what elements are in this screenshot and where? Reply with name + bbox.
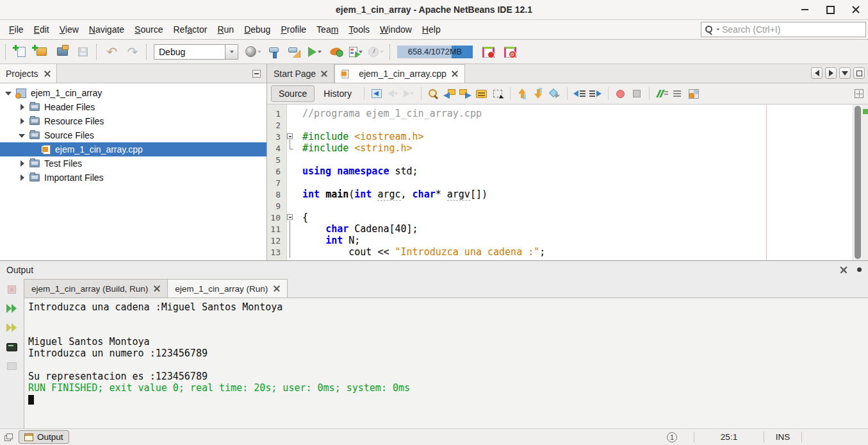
open-project-button[interactable] bbox=[54, 44, 70, 60]
console-output[interactable]: Introduzca una cadena :Miguel Santos Mon… bbox=[24, 298, 868, 428]
tree-item-important-files[interactable]: Important Files bbox=[0, 171, 266, 185]
output-window-menu-icon[interactable] bbox=[857, 267, 862, 272]
scroll-tabs-left-button[interactable] bbox=[811, 67, 823, 79]
memory-indicator[interactable]: 658.4/1072MB bbox=[397, 46, 473, 58]
fold-start-icon[interactable] bbox=[287, 214, 293, 220]
output-tab-ejem-1-cin-array-build-run-[interactable]: ejem_1_cin_array (Build, Run) bbox=[24, 279, 168, 298]
tab-close-icon[interactable] bbox=[321, 71, 327, 77]
config-dropdown-button[interactable] bbox=[225, 45, 238, 59]
forward-button[interactable] bbox=[402, 87, 416, 101]
notifications-icon[interactable]: 1 bbox=[667, 432, 677, 442]
tree-item-ejem-1-cin-array-cpp[interactable]: ejem_1_cin_array.cpp bbox=[0, 142, 266, 156]
ide-update-clock-button[interactable] bbox=[479, 44, 496, 60]
ide-update-at-button[interactable] bbox=[501, 44, 518, 60]
split-document-icon[interactable] bbox=[855, 89, 864, 98]
undo-button[interactable] bbox=[104, 44, 120, 60]
build-project-button[interactable] bbox=[265, 44, 282, 60]
tree-item-test-files[interactable]: Test Files bbox=[0, 156, 266, 171]
restore-button[interactable] bbox=[824, 4, 836, 15]
start-macro-recording-button[interactable] bbox=[614, 87, 628, 101]
new-file-button[interactable] bbox=[13, 44, 29, 60]
save-all-button[interactable] bbox=[74, 44, 91, 60]
expand-arrow-icon[interactable] bbox=[19, 118, 26, 125]
menu-edit[interactable]: Edit bbox=[29, 21, 54, 38]
toolbar-grip[interactable] bbox=[146, 44, 149, 60]
show-opened-documents-button[interactable] bbox=[839, 67, 851, 79]
tab-close-icon[interactable] bbox=[452, 71, 458, 77]
maximize-window-button[interactable] bbox=[853, 67, 865, 79]
config-combobox[interactable]: Debug bbox=[154, 44, 238, 60]
toggle-rectangular-selection-button[interactable] bbox=[491, 87, 505, 101]
menu-file[interactable]: File bbox=[4, 21, 29, 38]
search-icon[interactable] bbox=[705, 25, 714, 35]
tab-close-icon[interactable] bbox=[154, 285, 160, 292]
projects-tree[interactable]: ejem_1_cin_arrayHeader FilesResource Fil… bbox=[0, 83, 266, 260]
deploy-button[interactable] bbox=[245, 44, 261, 60]
projects-tab[interactable]: Projects bbox=[0, 64, 57, 83]
run-project-button[interactable] bbox=[306, 44, 323, 60]
menu-profile[interactable]: Profile bbox=[275, 21, 311, 38]
tree-item-ejem-1-cin-array[interactable]: ejem_1_cin_array bbox=[0, 86, 266, 100]
menu-window[interactable]: Window bbox=[375, 21, 417, 38]
expand-arrow-icon[interactable] bbox=[19, 174, 26, 181]
new-project-button[interactable] bbox=[33, 44, 50, 60]
shift-line-right-button[interactable] bbox=[589, 87, 603, 101]
close-button[interactable] bbox=[850, 4, 862, 15]
toolbar-grip[interactable] bbox=[5, 44, 8, 60]
comment-button[interactable] bbox=[655, 87, 669, 101]
forward-dropdown-icon[interactable] bbox=[410, 92, 414, 95]
source-view-button[interactable]: Source bbox=[271, 85, 315, 102]
find-selection-button[interactable] bbox=[427, 87, 441, 101]
tree-item-source-files[interactable]: Source Files bbox=[0, 128, 266, 142]
last-edit-location-button[interactable] bbox=[370, 87, 384, 101]
menu-tools[interactable]: Tools bbox=[343, 21, 375, 38]
menu-team[interactable]: Team bbox=[311, 21, 343, 38]
deploy-dropdown-icon[interactable] bbox=[258, 51, 261, 53]
scroll-tabs-right-button[interactable] bbox=[825, 67, 837, 79]
code-editor[interactable]: 1//programa ejem_1_cin_array.cpp23#inclu… bbox=[267, 105, 868, 260]
debug-project-button[interactable] bbox=[327, 44, 343, 60]
expand-arrow-icon[interactable] bbox=[19, 104, 26, 111]
menu-run[interactable]: Run bbox=[212, 21, 239, 38]
editor-tab-ejem-1-cin-array-cpp[interactable]: ejem_1_cin_array.cpp bbox=[334, 64, 465, 83]
previous-bookmark-button[interactable] bbox=[516, 87, 530, 101]
profile-gauge-dropdown-icon[interactable] bbox=[380, 51, 384, 53]
editor-vertical-scrollbar[interactable] bbox=[853, 105, 862, 260]
expand-arrow-icon[interactable] bbox=[5, 90, 12, 97]
search-dropdown-icon[interactable] bbox=[717, 28, 720, 30]
open-in-terminal-button[interactable] bbox=[5, 341, 19, 353]
profile-gauge-button[interactable] bbox=[368, 44, 384, 60]
menu-navigate[interactable]: Navigate bbox=[84, 21, 129, 38]
error-stripe[interactable] bbox=[862, 105, 868, 260]
next-bookmark-button[interactable] bbox=[532, 87, 546, 101]
menu-help[interactable]: Help bbox=[417, 21, 446, 38]
shift-line-left-button[interactable] bbox=[573, 87, 587, 101]
scrollbar-thumb[interactable] bbox=[855, 106, 861, 259]
toggle-header-source-button[interactable] bbox=[687, 87, 701, 101]
tree-item-header-files[interactable]: Header Files bbox=[0, 100, 266, 114]
stop-process-button[interactable] bbox=[5, 283, 19, 295]
find-next-button[interactable] bbox=[459, 87, 473, 101]
run-project-dropdown-icon[interactable] bbox=[318, 51, 322, 53]
history-view-button[interactable]: History bbox=[316, 86, 359, 101]
minimize-panel-icon[interactable] bbox=[252, 70, 261, 78]
rerun-button[interactable] bbox=[5, 303, 19, 314]
output-close-icon[interactable] bbox=[840, 266, 848, 273]
output-tab-ejem-1-cin-array-run-[interactable]: ejem_1_cin_array (Run) bbox=[167, 279, 288, 298]
toggle-bookmark-button[interactable] bbox=[548, 87, 562, 101]
find-previous-button[interactable] bbox=[443, 87, 457, 101]
tree-item-resource-files[interactable]: Resource Files bbox=[0, 114, 266, 128]
expand-arrow-icon[interactable] bbox=[19, 160, 26, 167]
search-input[interactable] bbox=[722, 24, 862, 35]
clean-build-project-button[interactable] bbox=[286, 44, 302, 60]
fold-start-icon[interactable] bbox=[287, 133, 293, 139]
projects-tab-close-icon[interactable] bbox=[44, 71, 51, 77]
profile-project-button[interactable] bbox=[347, 44, 364, 60]
toggle-highlight-search-button[interactable] bbox=[475, 87, 489, 101]
redo-button[interactable] bbox=[124, 44, 141, 60]
expand-arrow-icon[interactable] bbox=[19, 132, 26, 139]
menu-view[interactable]: View bbox=[54, 21, 84, 38]
back-dropdown-icon[interactable] bbox=[394, 92, 398, 95]
back-button[interactable] bbox=[386, 87, 400, 101]
toolbar-grip[interactable] bbox=[96, 44, 99, 60]
